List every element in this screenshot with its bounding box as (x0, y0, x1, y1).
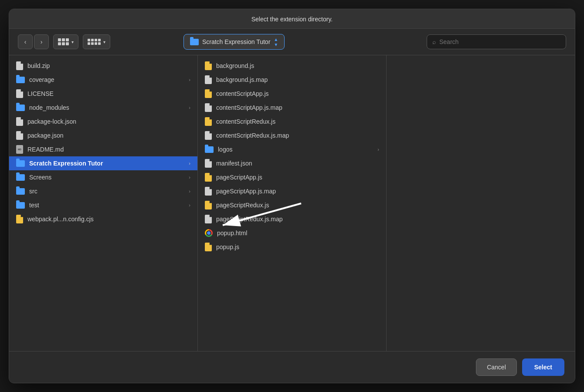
grid-view-icon (88, 39, 101, 45)
file-name: background.js.map (216, 76, 379, 83)
search-box[interactable]: ⌕ (427, 34, 566, 49)
list-item[interactable]: background.js.map (198, 73, 386, 87)
footer: Cancel Select (9, 351, 575, 383)
folder-icon (16, 188, 25, 195)
file-name: Scratch Expression Tutor (29, 160, 184, 167)
file-name: src (29, 188, 184, 195)
file-name: build.zip (27, 62, 190, 69)
list-item[interactable]: background.js (198, 59, 386, 73)
toolbar: ‹ › ▾ (9, 29, 575, 55)
file-name: popup.js (216, 243, 379, 250)
list-item[interactable]: contentScriptApp.js (198, 87, 386, 101)
doc-file-icon (16, 89, 23, 98)
list-item[interactable]: contentScriptRedux.js.map (198, 128, 386, 142)
list-item[interactable]: popup.js (198, 240, 386, 254)
list-item[interactable]: popup.html (198, 226, 386, 240)
list-item[interactable]: logos› (198, 142, 386, 156)
js-file-icon (205, 201, 212, 210)
column-view-chevron: ▾ (71, 40, 74, 44)
file-name: pageScriptApp.js.map (216, 188, 379, 195)
folder-icon (16, 160, 25, 167)
list-item[interactable]: build.zip (9, 59, 197, 73)
file-name: Screens (29, 174, 184, 181)
list-item[interactable]: contentScriptApp.js.map (198, 101, 386, 115)
list-item[interactable]: coverage› (9, 73, 197, 87)
search-input[interactable] (439, 38, 560, 45)
forward-button[interactable]: › (34, 34, 49, 49)
list-item[interactable]: Scratch Expression Tutor› (9, 156, 197, 170)
file-browser: build.zipcoverage›LICENSEnode_modules›pa… (9, 55, 575, 351)
list-item[interactable]: manifest.json (198, 156, 386, 170)
list-item[interactable]: test› (9, 198, 197, 212)
file-name: node_modules (29, 104, 184, 111)
grid-view-chevron: ▾ (103, 40, 105, 44)
file-name: logos (218, 146, 373, 153)
js-file-icon (205, 117, 212, 126)
doc-file-icon (16, 131, 23, 140)
chevron-right-icon: › (189, 161, 190, 166)
doc-file-icon (16, 117, 23, 126)
list-item[interactable]: package.json (9, 128, 197, 142)
list-item[interactable]: pageScriptApp.js.map (198, 184, 386, 198)
list-item[interactable]: contentScriptRedux.js (198, 115, 386, 128)
chrome-file-icon (205, 229, 213, 237)
chevron-right-icon: › (189, 203, 190, 208)
file-name: contentScriptRedux.js (216, 118, 379, 125)
js-file-icon (205, 61, 212, 70)
list-item[interactable]: LICENSE (9, 87, 197, 101)
doc-file-icon (205, 103, 212, 112)
folder-icon (16, 77, 25, 83)
file-name: package-lock.json (27, 118, 190, 125)
grid-view-button[interactable]: ▾ (83, 34, 110, 49)
right-pane (387, 55, 575, 351)
cancel-button[interactable]: Cancel (476, 358, 517, 376)
doc-file-icon (205, 187, 212, 196)
file-name: test (29, 202, 184, 209)
folder-icon (16, 174, 25, 181)
file-name: README.md (27, 146, 190, 153)
dialog-title: Select the extension directory. (251, 16, 333, 23)
file-name: contentScriptApp.js (216, 90, 379, 97)
file-name: background.js (216, 62, 379, 69)
folder-icon (16, 202, 25, 209)
list-item[interactable]: Screens› (9, 170, 197, 184)
current-folder-button[interactable]: Scratch Expression Tutor ▲ ▼ (183, 34, 285, 50)
js-file-icon (205, 243, 212, 251)
chevron-right-icon: › (189, 105, 190, 110)
file-name: contentScriptRedux.js.map (216, 132, 379, 139)
middle-pane: background.jsbackground.js.mapcontentScr… (198, 55, 387, 351)
list-item[interactable]: webpack.pl...n.config.cjs (9, 212, 197, 226)
file-name: manifest.json (216, 160, 379, 167)
file-name: LICENSE (27, 90, 190, 97)
search-icon: ⌕ (432, 38, 436, 45)
json-file-icon (205, 159, 212, 168)
chevron-updown-icon: ▲ ▼ (274, 37, 278, 47)
js-file-icon (205, 173, 212, 182)
back-button[interactable]: ‹ (18, 34, 33, 49)
folder-icon (16, 105, 25, 111)
js-file-icon (16, 215, 23, 223)
column-view-button[interactable]: ▾ (53, 34, 78, 49)
file-name: popup.html (217, 230, 379, 237)
list-item[interactable]: node_modules› (9, 101, 197, 115)
dialog-titlebar: Select the extension directory. (9, 9, 575, 29)
list-item[interactable]: src› (9, 184, 197, 198)
doc-file-icon (205, 131, 212, 140)
select-button[interactable]: Select (522, 358, 564, 376)
list-item[interactable]: pageScriptRedux.js.map (198, 212, 386, 226)
folder-icon (205, 146, 214, 153)
file-name: coverage (29, 76, 184, 83)
list-item[interactable]: pageScriptApp.js (198, 170, 386, 184)
js-file-icon (205, 89, 212, 98)
file-name: pageScriptRedux.js (216, 202, 379, 209)
list-item[interactable]: pageScriptRedux.js (198, 198, 386, 212)
nav-button-group: ‹ › (18, 34, 49, 49)
list-item[interactable]: README.md (9, 142, 197, 156)
left-pane: build.zipcoverage›LICENSEnode_modules›pa… (9, 55, 198, 351)
current-folder-label: Scratch Expression Tutor (202, 38, 270, 45)
file-name: pageScriptApp.js (216, 174, 379, 181)
file-name: package.json (27, 132, 190, 139)
chevron-right-icon: › (189, 189, 190, 194)
list-item[interactable]: package-lock.json (9, 115, 197, 128)
chevron-right-icon: › (377, 147, 379, 152)
